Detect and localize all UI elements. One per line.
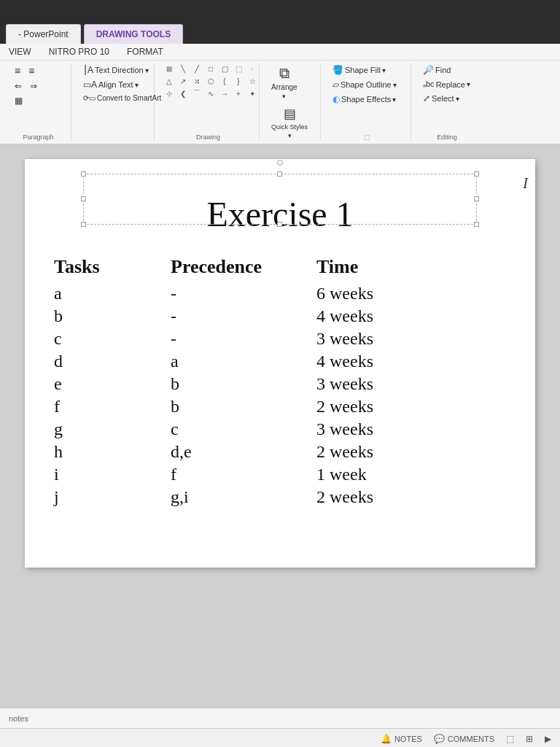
precedence-cell: b <box>171 374 316 394</box>
cursor-indicator: I <box>523 175 528 192</box>
table-row: j g,i 2 weeks <box>54 487 506 507</box>
editing-label: Editing <box>420 133 474 141</box>
list-indent-btn[interactable]: ≡ <box>12 63 23 78</box>
table-row: h d,e 2 weeks <box>54 442 506 462</box>
shapes-grid: ⊠ ╲ ╱ □ ▢ ⬚ · △ ↗ ⤭ ⬠ { } ☆ ⊹ ❮ ⌒ ∿ → + <box>163 63 260 100</box>
quick-styles-btn[interactable]: ▤ Quick Styles ▾ <box>268 104 311 141</box>
shape-rrect[interactable]: ▢ <box>219 63 230 74</box>
time-cell: 3 weeks <box>316 329 448 349</box>
col-tasks-header: Tasks <box>54 256 171 278</box>
replace-label: Replace <box>436 80 465 89</box>
quick-styles-label: Quick Styles <box>271 123 308 131</box>
table-row: f b 2 weeks <box>54 397 506 417</box>
shape-curly1[interactable]: ❮ <box>177 88 189 98</box>
convert-smartart-btn[interactable]: ⟳▭ Convert to SmartArt <box>80 93 164 104</box>
arrange-btn[interactable]: ⧉ Arrange ▾ <box>268 63 300 101</box>
text-direction-btn[interactable]: ⎮A Text Direction ▾ <box>80 63 152 77</box>
shape-star[interactable]: ☆ <box>246 76 258 86</box>
shape-effects-label: Shape Effects <box>341 95 391 104</box>
rotate-handle[interactable] <box>277 160 283 166</box>
text-group: ⎮A Text Direction ▾ ▭A Align Text ▾ ⟳▭ C… <box>74 63 155 141</box>
align-text-label: Align Text <box>98 80 133 89</box>
precedence-cell: g,i <box>171 487 316 507</box>
table-row: b - 4 weeks <box>54 306 506 326</box>
table-row: e b 3 weeks <box>54 374 506 394</box>
ltr-btn[interactable]: ⇒ <box>27 80 40 93</box>
table-header: Tasks Precedence Time <box>54 256 506 278</box>
status-bar: 🔔 NOTES 💬 COMMENTS ⬚ ⊞ ▶ <box>0 728 560 747</box>
task-cell: d <box>54 352 171 371</box>
time-cell: 4 weeks <box>316 352 448 371</box>
view-grid[interactable]: ⊞ <box>526 734 533 744</box>
table-row: c - 3 weeks <box>54 329 506 349</box>
shape-star2[interactable]: ✦ <box>246 88 258 98</box>
app-name: - PowerPoint <box>18 29 69 39</box>
time-cell: 1 week <box>316 465 448 484</box>
shape-wave[interactable]: ∿ <box>205 88 217 98</box>
shape-curly2[interactable]: ⌒ <box>191 88 203 98</box>
menu-format[interactable]: FORMAT <box>124 45 166 58</box>
time-cell: 2 weeks <box>316 397 448 417</box>
shape-diag1[interactable]: ╲ <box>177 63 189 74</box>
select-btn[interactable]: ⤢ Select ▾ <box>420 92 462 105</box>
drawing-tools-tab[interactable]: DRAWING TOOLS <box>84 24 183 44</box>
shape-extra[interactable]: ⊹ <box>163 88 175 98</box>
shape-dot[interactable]: · <box>246 63 258 74</box>
toolbar: ≡ ≡ ⇐ ⇒ ▦ Paragraph <box>0 61 560 144</box>
notes-bar: notes <box>0 708 560 728</box>
precedence-cell: a <box>171 352 316 371</box>
columns-btn[interactable]: ▦ <box>12 94 26 107</box>
align-text-btn[interactable]: ▭A Align Text ▾ <box>80 78 141 91</box>
shape-penta[interactable]: ⬠ <box>205 76 217 86</box>
replace-btn[interactable]: ₐbc Replace ▾ <box>420 78 473 90</box>
shape-brace2[interactable]: } <box>233 76 244 86</box>
shape-tri[interactable]: △ <box>163 76 175 86</box>
shape-rtri[interactable]: ↗ <box>177 76 189 86</box>
precedence-cell: b <box>171 397 316 417</box>
shape-arrow[interactable]: → <box>219 88 230 98</box>
shape-line[interactable]: ⊠ <box>163 63 175 74</box>
shape-diag2[interactable]: ╱ <box>191 63 203 74</box>
drawing-group2-label: ⬚ <box>330 133 405 141</box>
view-normal[interactable]: ⬚ <box>506 734 514 744</box>
slide[interactable]: I Exercise 1 Tasks Precedence Time a - 6… <box>25 159 535 568</box>
shape-zigzag[interactable]: ⤭ <box>191 76 203 86</box>
precedence-cell: - <box>171 284 316 303</box>
select-label: Select <box>432 94 454 103</box>
menu-nitro[interactable]: NITRO PRO 10 <box>46 45 112 58</box>
table-row: g c 3 weeks <box>54 419 506 439</box>
task-cell: j <box>54 487 171 507</box>
find-btn[interactable]: 🔎 Find <box>420 63 454 77</box>
list-outdent-btn[interactable]: ≡ <box>26 63 37 78</box>
view-slideshow[interactable]: ▶ <box>545 734 551 744</box>
notes-status-label: NOTES <box>394 735 422 743</box>
col-precedence-header: Precedence <box>171 256 316 278</box>
shape-outline-btn[interactable]: ▱ Shape Outline ▾ <box>330 78 400 91</box>
rtl-btn[interactable]: ⇐ <box>12 80 25 93</box>
comments-status[interactable]: 💬 COMMENTS <box>434 734 494 744</box>
ribbon: VIEW NITRO PRO 10 FORMAT ≡ ≡ ⇐ ⇒ <box>0 44 560 144</box>
shape-brace[interactable]: { <box>219 76 230 86</box>
time-cell: 3 weeks <box>316 374 448 394</box>
menu-view[interactable]: VIEW <box>6 45 34 58</box>
notes-status[interactable]: 🔔 NOTES <box>381 734 422 744</box>
shape-fill-btn[interactable]: 🪣 Shape Fill ▾ <box>330 63 389 77</box>
shape-effects-btn[interactable]: ◐ Shape Effects ▾ <box>330 93 399 106</box>
precedence-cell: f <box>171 465 316 484</box>
menu-bar: VIEW NITRO PRO 10 FORMAT <box>0 44 560 61</box>
shape-plus[interactable]: + <box>233 88 244 98</box>
content-area: Tasks Precedence Time a - 6 weeks b - 4 … <box>54 256 506 507</box>
table-rows: a - 6 weeks b - 4 weeks c - 3 weeks d a … <box>54 284 506 507</box>
task-cell: h <box>54 442 171 462</box>
task-cell: a <box>54 284 171 303</box>
shape-styles-group: 🪣 Shape Fill ▾ ▱ Shape Outline ▾ ◐ Shape… <box>324 63 411 141</box>
shape-rect[interactable]: □ <box>205 63 217 74</box>
slide-title[interactable]: Exercise 1 <box>54 174 506 249</box>
precedence-cell: - <box>171 306 316 326</box>
app-tab[interactable]: - PowerPoint <box>6 24 81 44</box>
paragraph-label: Paragraph <box>12 133 65 141</box>
task-cell: g <box>54 419 171 439</box>
task-table: Tasks Precedence Time a - 6 weeks b - 4 … <box>54 256 506 507</box>
shape-more[interactable]: ⬚ <box>233 63 244 74</box>
slide-container: I Exercise 1 Tasks Precedence Time a - 6… <box>0 144 560 708</box>
